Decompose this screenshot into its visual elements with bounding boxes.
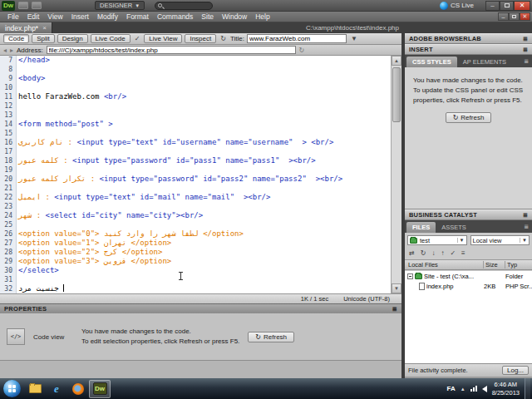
code-line-19[interactable]: 19 (0, 165, 391, 175)
layout-switcher-icon[interactable] (18, 2, 28, 9)
check-browser-icon[interactable]: ✓ (133, 35, 142, 42)
tab-ap-elements[interactable]: AP ELEMENTS (457, 57, 512, 67)
live-view-button[interactable]: Live View (144, 34, 182, 43)
back-icon[interactable]: ◂ (3, 47, 7, 54)
code-line-26[interactable]: 26<option value="0"> لطفا شهر را وارد کن… (0, 229, 391, 239)
workspace-switcher-button[interactable]: DESIGNER ▼ (95, 1, 145, 10)
doc-minimize-button[interactable]: – (498, 12, 509, 21)
insert-panel-header[interactable]: INSERT ≣ (405, 44, 532, 55)
files-column-headers[interactable]: Local Files Size Typ (405, 259, 532, 270)
address-input[interactable] (47, 46, 296, 54)
address-refresh-icon[interactable]: ↻ (299, 47, 305, 54)
code-line-25[interactable]: 25 (0, 220, 391, 229)
code-line-10[interactable]: 10 (0, 83, 391, 92)
tab-assets[interactable]: ASSETS (436, 222, 472, 233)
tab-files[interactable]: FILES (406, 222, 436, 233)
volume-icon[interactable] (482, 386, 487, 392)
tab-css-styles[interactable]: CSS STYLES (406, 57, 457, 67)
extend-icon[interactable] (32, 2, 42, 9)
code-line-13[interactable]: 13 (0, 111, 391, 120)
code-line-11[interactable]: 11hello FarazWeb.com <br/> (0, 92, 391, 101)
get-files-icon[interactable]: ↓ (431, 249, 435, 257)
code-line-29[interactable]: 29<option value="3"> قزوین </option> (0, 257, 391, 266)
menu-modify[interactable]: Modify (93, 12, 122, 21)
panel-menu-icon[interactable]: ≣ (523, 47, 528, 53)
split-view-button[interactable]: Split (32, 34, 55, 43)
close-button[interactable]: ✕ (514, 1, 530, 11)
css-refresh-button[interactable]: ↻ Refresh (446, 112, 492, 123)
cs-live-button[interactable]: CS Live (440, 2, 474, 10)
code-line-23[interactable]: 23 (0, 202, 391, 211)
hidden-icons-chevron[interactable]: ▲ (461, 387, 466, 392)
doc-restore-button[interactable] (509, 12, 520, 21)
column-local-files[interactable]: Local Files (405, 261, 484, 268)
properties-refresh-button[interactable]: ↻ Refresh (248, 332, 294, 342)
doc-close-button[interactable]: ✕ (520, 12, 530, 21)
tree-row-file[interactable]: index.php 2KB PHP Scr... (405, 281, 532, 291)
minimize-button[interactable]: – (485, 1, 500, 11)
taskbar-explorer-button[interactable] (24, 380, 46, 398)
panel-menu-icon[interactable]: ≣ (524, 58, 529, 65)
properties-panel-header[interactable]: PROPERTIES ≣ (0, 303, 401, 313)
document-tab[interactable]: index.php* × (0, 22, 52, 33)
live-code-button[interactable]: Live Code (91, 34, 131, 43)
code-line-24[interactable]: 24شهر : <select id="city" name="city"><b… (0, 211, 391, 220)
check-out-icon[interactable]: ✓ (450, 249, 456, 257)
refresh-icon[interactable]: ↻ (421, 249, 426, 257)
page-title-input[interactable] (247, 34, 347, 43)
network-icon[interactable] (470, 386, 477, 392)
scroll-down-button[interactable]: ▼ (392, 283, 401, 293)
menu-help[interactable]: Help (251, 12, 273, 21)
panel-menu-icon[interactable]: ≣ (392, 306, 397, 313)
tab-close-icon[interactable]: × (42, 24, 47, 32)
show-desktop-button[interactable] (525, 378, 530, 399)
code-line-17[interactable]: 17 (0, 147, 391, 156)
forward-icon[interactable]: ▸ (10, 47, 13, 54)
file-management-icon[interactable]: ▼ (349, 35, 359, 42)
vertical-scrollbar[interactable]: ▲ ▼ (391, 56, 401, 293)
tree-row-site[interactable]: Site - test (C:\xa... Folder (405, 271, 532, 281)
refresh-icon[interactable]: ↻ (219, 35, 228, 42)
menu-insert[interactable]: Insert (67, 12, 93, 21)
code-line-14[interactable]: 14<form method="post" > (0, 120, 391, 129)
menu-edit[interactable]: Edit (23, 12, 44, 21)
language-indicator[interactable]: FA (446, 385, 455, 392)
menu-site[interactable]: Site (197, 12, 218, 21)
view-select[interactable]: Local view ▼ (470, 235, 530, 245)
code-line-12[interactable]: 12 (0, 101, 391, 111)
menu-file[interactable]: File (3, 12, 23, 21)
taskbar-firefox-button[interactable] (67, 380, 89, 398)
code-line-28[interactable]: 28<option value="2"> کرج </option> (0, 248, 391, 257)
restore-button[interactable] (500, 1, 514, 11)
start-button[interactable] (3, 380, 21, 397)
code-line-32[interactable]: 32جنسیت مرد (0, 284, 391, 293)
collapse-icon[interactable] (407, 273, 413, 279)
search-input[interactable] (155, 2, 213, 10)
panel-menu-icon[interactable]: ≣ (523, 212, 528, 219)
connect-icon[interactable]: ⇄ (409, 249, 415, 257)
menu-window[interactable]: Window (218, 12, 251, 21)
taskbar-dreamweaver-button[interactable]: Dw (89, 380, 111, 398)
column-type[interactable]: Typ (505, 261, 532, 268)
panel-menu-icon[interactable]: ≣ (523, 36, 528, 42)
log-button[interactable]: Log... (502, 366, 529, 375)
code-line-21[interactable]: 21 (0, 184, 391, 193)
business-catalyst-panel-header[interactable]: BUSINESS CATALYST ≣ (405, 209, 532, 220)
code-editor[interactable]: 7</head>89<body>1011hello FarazWeb.com <… (0, 56, 401, 293)
files-tree[interactable]: Site - test (C:\xa... Folder index.php 2… (405, 271, 532, 363)
code-line-22[interactable]: 22ایمیل : <input type="text" id="mail" n… (0, 193, 391, 202)
code-line-31[interactable]: 31 (0, 275, 391, 284)
browserlab-panel-header[interactable]: ADOBE BROWSERLAB ≣ (405, 33, 532, 44)
site-select[interactable]: test ▼ (407, 235, 467, 245)
code-line-20[interactable]: 20تکرار کلمه عبور : <input type="passwor… (0, 175, 391, 184)
inspect-button[interactable]: Inspect (185, 34, 216, 43)
code-line-8[interactable]: 8 (0, 65, 391, 74)
scrollbar-thumb[interactable] (392, 67, 401, 122)
design-view-button[interactable]: Design (57, 34, 88, 43)
menu-commands[interactable]: Commands (153, 12, 197, 21)
code-line-9[interactable]: 9<body> (0, 74, 391, 83)
panel-menu-icon[interactable]: ≣ (524, 224, 529, 230)
menu-format[interactable]: Format (122, 12, 153, 21)
taskbar-clock[interactable]: 6:46 AM 8/25/2013 (492, 381, 520, 397)
menu-view[interactable]: View (43, 12, 66, 21)
